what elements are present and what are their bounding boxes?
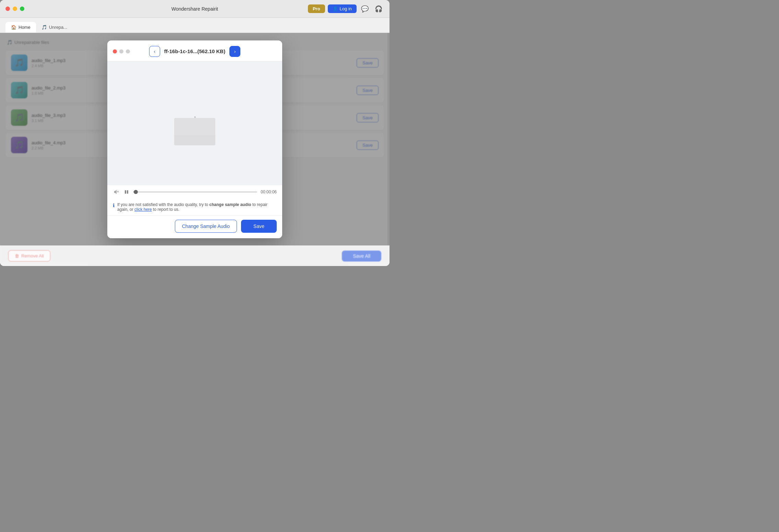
chevron-right-icon: › — [234, 49, 236, 54]
remove-all-button[interactable]: 🗑 Remove All — [8, 250, 50, 262]
nav-bar: 🏠 Home 🎵 Unrepa... — [0, 18, 389, 33]
bottom-bar: 🗑 Remove All Save All — [0, 245, 389, 266]
svg-rect-2 — [125, 190, 126, 194]
info-icon: ℹ — [113, 203, 115, 208]
modal-minimize-button[interactable] — [119, 49, 123, 53]
home-icon: 🏠 — [11, 25, 16, 30]
mute-icon[interactable] — [113, 189, 120, 195]
chevron-left-icon: ‹ — [154, 49, 155, 54]
unrepairable-tab[interactable]: 🎵 Unrepa... — [36, 22, 73, 33]
app-title: Wondershare Repairit — [171, 6, 218, 12]
login-button[interactable]: 👤 Log in — [328, 4, 357, 13]
pause-icon[interactable] — [123, 189, 130, 195]
app-window: Wondershare Repairit Pro 👤 Log in 💬 🎧 🏠 … — [0, 0, 389, 266]
title-bar: Wondershare Repairit Pro 👤 Log in 💬 🎧 — [0, 0, 389, 18]
player-controls: 00:00:06 — [107, 185, 282, 199]
info-message: ℹ If you are not satisfied with the audi… — [107, 199, 282, 215]
modal-footer: Change Sample Audio Save — [107, 215, 282, 238]
progress-bar[interactable] — [133, 191, 257, 193]
home-tab[interactable]: 🏠 Home — [5, 22, 36, 33]
modal-filename: ff-16b-1c-16...(562.10 KB) — [164, 48, 225, 54]
maximize-window-button[interactable] — [20, 7, 24, 11]
close-window-button[interactable] — [5, 7, 10, 11]
minimize-window-button[interactable] — [13, 7, 17, 11]
audio-display-area: ♪ — [107, 61, 282, 185]
user-icon: 👤 — [333, 6, 338, 11]
audio-preview-modal: ‹ ff-16b-1c-16...(562.10 KB) › ♪ — [107, 40, 282, 238]
chat-icon[interactable]: 💬 — [359, 3, 370, 14]
modal-overlay: ‹ ff-16b-1c-16...(562.10 KB) › ♪ — [0, 33, 389, 245]
svg-rect-3 — [127, 190, 128, 194]
modal-maximize-button[interactable] — [126, 49, 130, 53]
modal-close-button[interactable] — [113, 49, 117, 53]
time-display: 00:00:06 — [261, 190, 277, 194]
info-text: If you are not satisfied with the audio … — [117, 202, 277, 212]
save-all-button[interactable]: Save All — [342, 251, 381, 262]
modal-title-bar: ‹ ff-16b-1c-16...(562.10 KB) › — [107, 40, 282, 61]
prev-file-button[interactable]: ‹ — [149, 46, 160, 57]
app-content: 🏠 Home 🎵 Unrepa... 🎵 Unrepairable files … — [0, 18, 389, 266]
progress-handle[interactable] — [134, 190, 138, 194]
main-content: 🎵 Unrepairable files 🎵 audio_file_1.mp3 … — [0, 33, 389, 245]
window-controls — [5, 7, 24, 11]
audio-artwork: ♪ — [164, 92, 226, 154]
title-bar-actions: Pro 👤 Log in 💬 🎧 — [308, 3, 384, 14]
music-tab-icon: 🎵 — [41, 25, 47, 30]
report-link[interactable]: click here — [134, 207, 152, 212]
trash-icon: 🗑 — [15, 253, 19, 258]
change-sample-audio-button[interactable]: Change Sample Audio — [175, 220, 237, 233]
album-art-placeholder — [174, 118, 215, 145]
modal-save-button[interactable]: Save — [241, 220, 277, 233]
next-file-button[interactable]: › — [229, 46, 240, 57]
headphone-icon[interactable]: 🎧 — [373, 3, 384, 14]
pro-button[interactable]: Pro — [308, 4, 325, 13]
modal-nav: ‹ ff-16b-1c-16...(562.10 KB) › — [149, 46, 240, 57]
modal-window-controls — [113, 49, 130, 53]
